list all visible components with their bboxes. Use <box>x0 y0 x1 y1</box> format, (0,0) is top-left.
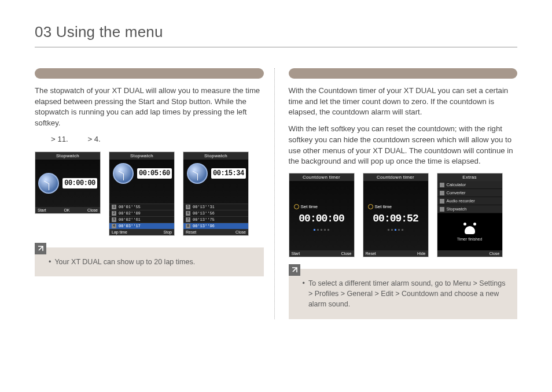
tip-arrow-icon <box>289 264 300 276</box>
lap-time: 00'13''96 <box>193 224 215 228</box>
lap-idx: 8 <box>186 224 190 228</box>
stopwatch-time: 00:05:60 <box>137 168 172 179</box>
lap-idx: 4 <box>112 224 116 228</box>
phone-extras-timer-finished: Extras Calculator Converter Audio record… <box>437 173 503 257</box>
set-time-label: Set time <box>368 204 392 209</box>
left-column: The stopwatch of your XT DUAL will allow… <box>35 68 264 319</box>
phone-title: Stopwatch <box>109 152 174 160</box>
lap-list: 100'01''55 200'02''09 300'02''61 400'03'… <box>109 204 174 229</box>
page-title: 03 Using the menu <box>35 23 517 47</box>
countdown-screens: Countdown timer Set time 00:00:00 Start … <box>289 173 518 257</box>
phone-countdown-running: Countdown timer Set time 00:09:52 Reset … <box>363 173 429 257</box>
phone-stopwatch-idle: Stopwatch 00:00:00 Start OK Close <box>35 151 101 214</box>
right-column: With the Countdown timer of your XT DUAL… <box>274 68 518 319</box>
path-gt: > <box>87 135 92 143</box>
stopwatch-icon <box>440 207 444 212</box>
lap-idx: 5 <box>186 205 190 209</box>
tip-text: To select a different timer alarm sound,… <box>308 278 507 309</box>
lap-time: 00'03''17 <box>119 224 141 228</box>
content-columns: The stopwatch of your XT DUAL will allow… <box>35 68 517 319</box>
countdown-time: 00:00:00 <box>299 213 344 224</box>
tip-stopwatch: •Your XT DUAL can show up to 20 lap time… <box>35 247 264 276</box>
page-dots <box>388 229 403 231</box>
alarm-clock-icon <box>463 223 476 235</box>
phone-stopwatch-running: Stopwatch 00:05:60 100'01''55 200'02''09… <box>109 151 175 236</box>
lap-idx: 6 <box>186 211 190 216</box>
lap-time: 00'02''61 <box>119 217 141 222</box>
softkey-right: Close <box>235 230 246 234</box>
softkey-left: Start <box>292 252 300 256</box>
countdown-description-1: With the Countdown timer of your XT DUAL… <box>289 86 518 118</box>
softkey-right: Close <box>490 252 500 256</box>
softkey-right: Close <box>87 208 98 212</box>
stopwatch-time: 00:00:00 <box>62 178 97 188</box>
countdown-description-2: With the left softkey you can reset the … <box>289 124 518 167</box>
list-item: Stopwatch <box>447 206 467 212</box>
section-header-stopwatch <box>35 68 264 79</box>
extras-list: Calculator Converter Audio recorder Stop… <box>437 181 502 213</box>
phone-title: Countdown timer <box>363 173 428 181</box>
lap-time: 00'13''56 <box>193 211 215 216</box>
lap-time: 00'13''75 <box>193 217 215 222</box>
softkey-right: Stop <box>164 230 172 234</box>
lap-time: 00'02''09 <box>119 211 141 216</box>
phone-title: Stopwatch <box>183 152 248 160</box>
path-step-4: 4. <box>94 135 101 143</box>
phone-title: Extras <box>437 173 502 181</box>
timer-finished-label: Timer finished <box>457 237 483 241</box>
audio-recorder-icon <box>440 199 444 204</box>
page-dots <box>314 229 329 231</box>
tip-text: Your XT DUAL can show up to 20 lap times… <box>54 257 195 267</box>
softkey-right: Hide <box>417 252 425 256</box>
stopwatch-screens: Stopwatch 00:00:00 Start OK Close Stopwa… <box>35 151 264 236</box>
clock-icon <box>187 163 208 184</box>
lap-time: 00'01''55 <box>119 205 141 209</box>
softkey-right: Close <box>341 252 352 256</box>
softkey-center: OK <box>64 208 69 212</box>
stopwatch-menu-path: > 11. > 4. <box>35 135 264 143</box>
stopwatch-time: 00:15:34 <box>211 168 246 179</box>
lap-list: 500'13''31 600'13''56 700'13''75 800'13'… <box>183 204 248 229</box>
softkey-left: Reset <box>366 252 376 256</box>
phone-title: Stopwatch <box>35 152 100 160</box>
path-step-11: 11. <box>57 135 68 143</box>
calculator-icon <box>440 183 444 187</box>
countdown-time: 00:09:52 <box>373 213 418 224</box>
converter-icon <box>440 191 444 195</box>
phone-stopwatch-stopped: Stopwatch 00:15:34 500'13''31 600'13''56… <box>183 151 249 236</box>
lap-idx: 7 <box>186 217 190 222</box>
softkey-left: Lap time <box>112 230 127 234</box>
stopwatch-description: The stopwatch of your XT DUAL will allow… <box>35 86 264 129</box>
phone-title: Countdown timer <box>289 173 354 181</box>
softkey-left: Start <box>38 208 46 212</box>
lap-idx: 2 <box>112 211 116 216</box>
tip-arrow-icon <box>35 243 46 254</box>
lap-time: 00'13''31 <box>193 205 215 209</box>
phone-countdown-set: Countdown timer Set time 00:00:00 Start … <box>289 173 355 257</box>
lap-idx: 3 <box>112 217 116 222</box>
lap-idx: 1 <box>112 205 116 209</box>
list-item: Calculator <box>447 182 466 187</box>
path-gt: > <box>51 135 56 143</box>
list-item: Audio recorder <box>447 198 475 204</box>
tip-countdown: •To select a different timer alarm sound… <box>289 269 518 319</box>
softkey-left: Reset <box>186 230 196 234</box>
set-time-label: Set time <box>294 204 318 209</box>
list-item: Converter <box>447 190 466 195</box>
section-header-countdown <box>289 68 518 79</box>
clock-icon <box>113 163 134 184</box>
clock-icon <box>38 173 59 194</box>
